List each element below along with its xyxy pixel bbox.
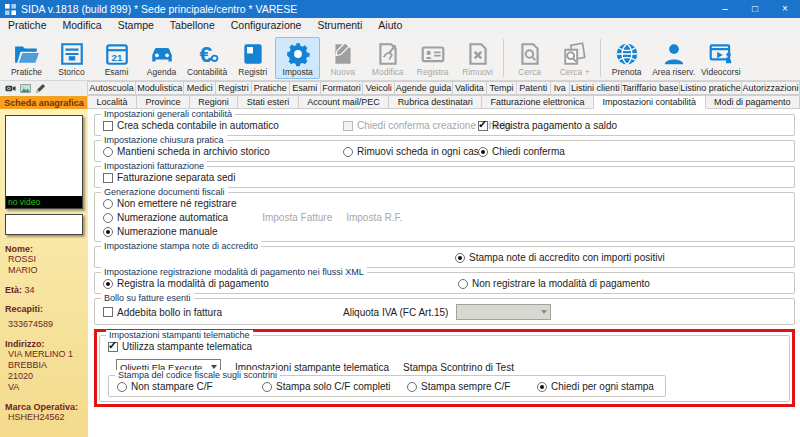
radio-label: Numerazione manuale	[117, 226, 218, 237]
group-modalita-pagamento-xml: Impostazione registrazione modalità di p…	[94, 272, 795, 294]
nome-label: Nome:	[5, 244, 83, 254]
radio-non-stampare-cf[interactable]: Non stampare C/F	[117, 381, 262, 392]
radio-chiedi-ogni-stampa[interactable]: Chiedi per ogni stampa	[537, 381, 654, 392]
tabs-row-2: LocalitàProvinceRegioniStati esteriAccou…	[88, 95, 800, 109]
link-stampa-scontrino-test[interactable]: Stampa Scontrino di Test	[403, 362, 514, 373]
tab-medici[interactable]: Medici	[183, 81, 216, 95]
tab-registri[interactable]: Registri	[215, 81, 252, 95]
aliquota-iva-select	[456, 304, 551, 320]
tab-rubrica-destinatari[interactable]: Rubrica destinatari	[388, 95, 482, 109]
toolbar-button-pratiche[interactable]: Pratiche	[4, 37, 49, 79]
close-button[interactable]: ×	[770, 0, 800, 18]
toolbar-button-agenda[interactable]: Agenda	[139, 37, 184, 79]
toolbar-button-cerca: Cerca +	[552, 37, 597, 79]
menu-item-configurazione[interactable]: Configurazione	[223, 18, 310, 33]
tab-esami[interactable]: Esami	[289, 81, 321, 95]
search-plus-icon	[562, 40, 588, 67]
radio-non-registrare-modalita[interactable]: Non registrare la modalità di pagamento	[458, 278, 650, 289]
toolbar-button-label: Rimuovi	[462, 67, 493, 77]
checkbox-addebita-bollo[interactable]: Addebita bollo in fattura	[103, 307, 343, 318]
toolbar-button-esami[interactable]: 21Esami	[94, 37, 139, 79]
menu-item-stampe[interactable]: Stampe	[110, 18, 162, 33]
toolbar-button-videocorsi[interactable]: Videocorsi	[698, 37, 744, 79]
tab-tariffario-base[interactable]: Tariffario base	[621, 81, 680, 95]
tab-regioni[interactable]: Regioni	[189, 95, 238, 109]
checkbox-box	[103, 121, 113, 131]
folder-icon	[14, 40, 40, 67]
tab-tempi[interactable]: Tempi	[486, 81, 517, 95]
radio-numerazione-automatica[interactable]: Numerazione automatica	[103, 212, 228, 223]
toolbar-button-contabilit[interactable]: €Contabilità	[184, 37, 230, 79]
menu-item-tabellone[interactable]: Tabellone	[162, 18, 223, 33]
maximize-button[interactable]: □	[740, 0, 770, 18]
group-impostazioni-generali: Impostazioni generali contabilità Crea s…	[94, 114, 795, 136]
toolbar-button-label: Storico	[58, 67, 84, 77]
tab-localit[interactable]: Località	[87, 95, 137, 109]
video-icon	[708, 40, 734, 67]
toolbar: PraticheStorico21EsamiAgenda€Contabilità…	[0, 33, 800, 81]
checkbox-utilizza-stampante[interactable]: Utilizza stampante telematica	[108, 341, 252, 352]
id-card-icon	[420, 40, 446, 67]
radio-note-importi-positivi[interactable]: Stampa note di accredito con importi pos…	[455, 252, 665, 263]
checkbox-registra-pagamento-saldo[interactable]: Registra pagamento a saldo	[478, 120, 617, 131]
menu-item-strumenti[interactable]: Strumenti	[309, 18, 370, 33]
group-fatturazione: Impostazioni fatturazione Fatturazione s…	[94, 166, 795, 188]
toolbar-button-registri[interactable]: Registri	[230, 37, 275, 79]
eta-label: Età:	[5, 285, 22, 295]
title-bar: SIDA v.1818 (build 899) * Sede principal…	[0, 0, 800, 18]
radio-label: Chiedi conferma	[492, 146, 565, 157]
toolbar-button-cerca: Cerca	[507, 37, 552, 79]
menu-item-modifica[interactable]: Modifica	[55, 18, 110, 33]
group-title: Impostazioni fatturazione	[101, 161, 207, 171]
tab-fatturazione-elettronica[interactable]: Fatturazione elettronica	[481, 95, 594, 109]
menu-item-pratiche[interactable]: Pratiche	[0, 18, 55, 33]
menu-item-aiuto[interactable]: Aiuto	[370, 18, 410, 33]
recapiti-label: Recapiti:	[5, 304, 83, 314]
radio-mantieni-scheda[interactable]: Mantieni scheda in archivio storico	[103, 146, 343, 157]
radio-registra-modalita[interactable]: Registra la modalità di pagamento	[103, 278, 458, 289]
group-title: Impostazioni generali contabilità	[101, 109, 235, 119]
tab-validita[interactable]: Validita	[452, 81, 487, 95]
tab-veicoli[interactable]: Veicoli	[362, 81, 395, 95]
toolbar-button-area-riserv[interactable]: Area riserv.	[649, 37, 698, 79]
radio-non-emettere[interactable]: Non emettere né registrare	[103, 198, 237, 209]
toolbar-button-prenota[interactable]: Prenota	[604, 37, 649, 79]
group-title: Stampa del codice fiscale sugli scontrin…	[115, 370, 280, 380]
tab-agende-guida[interactable]: Agende guida	[394, 81, 453, 95]
tab-pratiche[interactable]: Pratiche	[251, 81, 290, 95]
minimize-button[interactable]: –	[710, 0, 740, 18]
toolbar-button-label: Registra	[417, 67, 449, 77]
checkbox-crea-scheda-contabile[interactable]: Crea scheda contabile in automatico	[103, 120, 343, 131]
window-title: SIDA v.1818 (build 899) * Sede principal…	[21, 3, 297, 15]
radio-circle	[103, 199, 113, 209]
radio-chiedi-conferma[interactable]: Chiedi conferma	[478, 146, 565, 157]
tab-modulistica[interactable]: Modulistica	[135, 81, 184, 95]
svg-text:€: €	[200, 41, 213, 67]
tab-impostazioni-contabilit[interactable]: Impostazioni contabilità	[593, 95, 705, 109]
radio-stampa-cf-completi[interactable]: Stampa solo C/F completi	[262, 381, 407, 392]
toolbar-button-imposta[interactable]: Imposta	[275, 37, 320, 79]
group-title: Impostazione registrazione modalità di p…	[101, 267, 367, 277]
tab-account-mail-pec[interactable]: Account mail/PEC	[298, 95, 389, 109]
checkbox-fatturazione-separata[interactable]: Fatturazione separata sedi	[103, 172, 235, 183]
radio-circle	[103, 279, 113, 289]
tab-modi-di-pagamento[interactable]: Modi di pagamento	[705, 95, 800, 109]
tab-formatori[interactable]: Formatori	[320, 81, 364, 95]
sidebar-header[interactable]: Scheda anagrafica	[0, 96, 88, 109]
radio-label: Registra la modalità di pagamento	[117, 278, 269, 289]
toolbar-button-label: Videocorsi	[701, 67, 741, 77]
webcam-preview: no video	[5, 115, 83, 209]
radio-numerazione-manuale[interactable]: Numerazione manuale	[103, 226, 218, 237]
tab-stati-esteri[interactable]: Stati esteri	[237, 95, 298, 109]
tab-patenti[interactable]: Patenti	[516, 81, 551, 95]
tab-autorizzazioni[interactable]: Autorizzazioni	[741, 81, 800, 95]
tab-iva[interactable]: Iva	[550, 81, 571, 95]
tab-listino-pratiche[interactable]: Listino pratiche	[679, 81, 742, 95]
toolbar-button-storico[interactable]: Storico	[49, 37, 94, 79]
tab-autoscuola[interactable]: Autoscuola	[87, 81, 136, 95]
book-icon	[240, 40, 266, 67]
radio-stampa-sempre-cf[interactable]: Stampa sempre C/F	[407, 381, 537, 392]
tab-province[interactable]: Province	[136, 95, 190, 109]
tab-listini-clienti[interactable]: Listini clienti	[569, 81, 621, 95]
radio-rimuovi-scheda[interactable]: Rimuovi scheda in ogni caso	[343, 146, 478, 157]
